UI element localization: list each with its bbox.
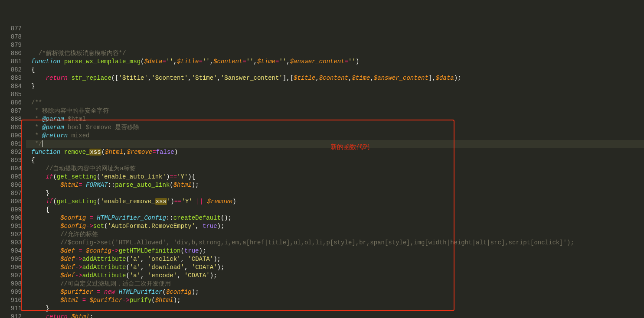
code-line-902[interactable]: $def->addAttribute('a', 'onclick', 'CDAT…: [31, 256, 221, 263]
code-line-892[interactable]: if(get_setting('enable_auto_link')=='Y')…: [31, 173, 195, 180]
code-line-877[interactable]: /*解析微信模板消息模板内容*/: [39, 50, 126, 57]
code-editor[interactable]: 877 878 879 880 881 882 883 884 885 886 …: [0, 25, 644, 318]
code-line-908[interactable]: }: [31, 305, 49, 312]
code-line-900[interactable]: //$config->set('HTML.Allowed', 'div,b,st…: [31, 239, 574, 246]
code-line-890[interactable]: {: [31, 157, 35, 164]
search-highlight: xss: [155, 198, 167, 205]
code-line-888[interactable]: */: [26, 140, 644, 148]
code-line-909[interactable]: return $html;: [31, 313, 93, 318]
code-line-895[interactable]: if(get_setting('enable_remove_xss')=='Y'…: [31, 198, 236, 205]
line-number-gutter: 877 878 879 880 881 882 883 884 885 886 …: [0, 25, 26, 318]
code-line-906[interactable]: $purifier = new HTMLPurifier($config);: [31, 289, 199, 295]
code-line-905[interactable]: //可自定义过滤规则，适合二次开发使用: [31, 280, 171, 287]
code-area[interactable]: 新的函数代码 /*解析微信模板消息模板内容*/ function parse_w…: [26, 25, 644, 318]
code-line-886[interactable]: * @param bool $remove 是否移除: [31, 124, 139, 131]
code-line-878[interactable]: function parse_wx_template_msg($data='',…: [31, 58, 359, 65]
code-line-894[interactable]: }: [31, 190, 49, 197]
code-line-889[interactable]: function remove_xss($html,$remove=false): [31, 149, 178, 156]
code-line-883[interactable]: /**: [31, 99, 42, 106]
code-line-885[interactable]: * @param $html: [31, 116, 86, 123]
code-line-881[interactable]: }: [31, 83, 35, 90]
code-line-891[interactable]: //自动提取内容中的网址为a标签: [31, 165, 136, 172]
code-line-896[interactable]: {: [31, 206, 49, 213]
code-line-884[interactable]: * 移除内容中的非安全字符: [31, 107, 109, 114]
code-line-901[interactable]: $def = $config->getHTMLDefinition(true);: [31, 247, 206, 254]
code-line-893[interactable]: $html= FORMAT::parse_auto_link($html);: [31, 182, 199, 188]
code-line-897[interactable]: $config = HTMLPurifier_Config::createDef…: [31, 214, 232, 221]
code-line-907[interactable]: $html = $purifier->purify($html);: [31, 297, 181, 304]
code-line-904[interactable]: $def->addAttribute('a', 'encode', 'CDATA…: [31, 272, 217, 279]
code-line-880[interactable]: return str_replace(['$title','$content',…: [31, 75, 461, 81]
code-line-899[interactable]: //允许的标签: [31, 231, 98, 238]
code-line-887[interactable]: * @return mixed: [31, 132, 89, 139]
code-line-879[interactable]: {: [31, 66, 35, 73]
text-cursor: [42, 140, 42, 147]
search-highlight: xss: [89, 149, 101, 156]
code-line-903[interactable]: $def->addAttribute('a', 'download', 'CDA…: [31, 264, 224, 271]
code-line-898[interactable]: $config->set('AutoFormat.RemoveEmpty', t…: [31, 223, 224, 230]
